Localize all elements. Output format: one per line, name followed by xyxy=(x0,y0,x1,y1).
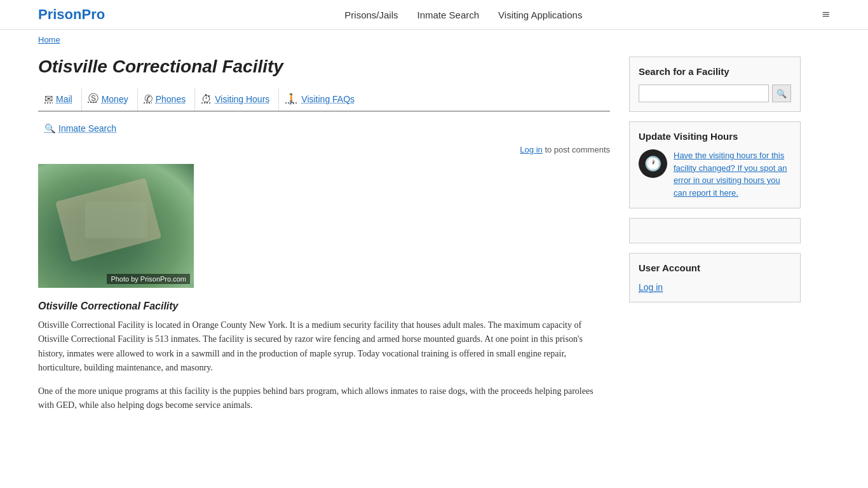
page-title: Otisville Correctional Facility xyxy=(38,57,610,77)
facility-image: Photo by PrisonPro.com xyxy=(38,164,194,288)
walking-person-icon: 🚶 xyxy=(285,93,298,105)
inmate-search-tab-label: Inmate Search xyxy=(58,123,116,133)
tab-visiting-faqs[interactable]: 🚶 Visiting FAQs xyxy=(279,88,363,112)
tab-mail-label: Mail xyxy=(56,94,72,104)
tab-visiting-hours-label: Visiting Hours xyxy=(215,94,269,104)
search-facility-title: Search for a Facility xyxy=(639,66,791,77)
inmate-search-tab[interactable]: 🔍 Inmate Search xyxy=(38,118,610,140)
photo-credit: Photo by PrisonPro.com xyxy=(107,274,190,284)
update-clock-icon: 🕐 xyxy=(639,149,667,178)
content-area: Otisville Correctional Facility ✉ Mail Ⓢ… xyxy=(38,57,610,421)
facility-tabs: ✉ Mail Ⓢ Money ✆ Phones ⏱ Visiting Hours… xyxy=(38,88,610,112)
hamburger-menu-icon[interactable]: ≡ xyxy=(822,6,830,23)
search-facility-row: 🔍 xyxy=(639,85,791,102)
tab-visiting-hours[interactable]: ⏱ Visiting Hours xyxy=(195,88,279,112)
tab-phones-label: Phones xyxy=(156,94,186,104)
search-facility-input[interactable] xyxy=(639,85,769,102)
sidebar-empty-box xyxy=(629,218,801,243)
facility-subtitle: Otisville Correctional Facility xyxy=(38,301,610,312)
breadcrumb: Home xyxy=(0,30,868,50)
nav-inmate-search[interactable]: Inmate Search xyxy=(417,10,480,20)
clock-symbol: 🕐 xyxy=(644,156,661,172)
search-facility-box: Search for a Facility 🔍 xyxy=(629,57,801,112)
update-visiting-text: Have the visiting hours for this facilit… xyxy=(674,149,791,199)
logo[interactable]: PrisonPro xyxy=(38,6,105,23)
tab-money-label: Money xyxy=(102,94,128,104)
mail-icon: ✉ xyxy=(44,93,53,105)
update-visiting-link[interactable]: Have the visiting hours for this facilit… xyxy=(674,151,787,198)
post-comments-suffix: to post comments xyxy=(543,145,610,154)
facility-description: Otisville Correctional Facility is locat… xyxy=(38,318,610,412)
tab-mail[interactable]: ✉ Mail xyxy=(38,88,82,112)
user-account-box: User Account Log in xyxy=(629,253,801,302)
search-facility-button[interactable]: 🔍 xyxy=(772,85,791,102)
breadcrumb-home[interactable]: Home xyxy=(38,35,60,44)
tab-money[interactable]: Ⓢ Money xyxy=(82,88,138,112)
money-icon: Ⓢ xyxy=(88,92,98,105)
post-comments-login: Log in to post comments xyxy=(38,145,610,154)
nav-prisons-jails[interactable]: Prisons/Jails xyxy=(344,10,398,20)
update-visiting-box: Update Visiting Hours 🕐 Have the visitin… xyxy=(629,121,801,208)
user-account-login-link[interactable]: Log in xyxy=(639,282,663,293)
tab-phones[interactable]: ✆ Phones xyxy=(138,88,195,112)
phone-icon: ✆ xyxy=(144,93,153,105)
description-paragraph-1: Otisville Correctional Facility is locat… xyxy=(38,318,610,376)
main-nav: Prisons/Jails Inmate Search Visiting App… xyxy=(344,10,582,20)
search-icon: 🔍 xyxy=(776,89,787,98)
description-paragraph-2: One of the more unique programs at this … xyxy=(38,384,610,413)
aerial-photo xyxy=(38,164,194,288)
sidebar: Search for a Facility 🔍 Update Visiting … xyxy=(629,57,801,421)
login-link-inline[interactable]: Log in xyxy=(520,145,542,154)
main-layout: Otisville Correctional Facility ✉ Mail Ⓢ… xyxy=(0,50,868,434)
inmate-search-tab-icon: 🔍 xyxy=(44,123,55,133)
user-account-title: User Account xyxy=(639,262,791,273)
clock-icon: ⏱ xyxy=(201,93,212,105)
tab-visiting-faqs-label: Visiting FAQs xyxy=(301,94,355,104)
header: PrisonPro Prisons/Jails Inmate Search Vi… xyxy=(0,0,868,30)
update-visiting-row: 🕐 Have the visiting hours for this facil… xyxy=(639,149,791,199)
nav-visiting-applications[interactable]: Visiting Applications xyxy=(498,10,582,20)
update-visiting-title: Update Visiting Hours xyxy=(639,131,791,142)
